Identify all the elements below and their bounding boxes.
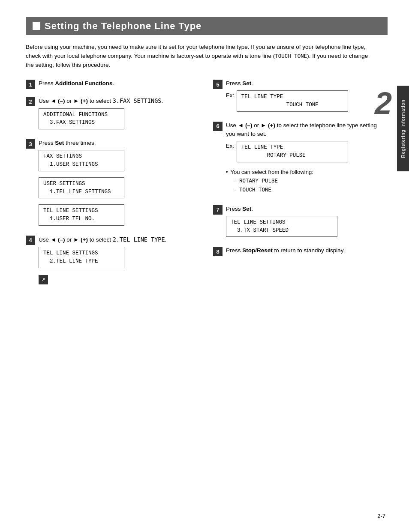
left-column: 1 Press Additional Functions. 2 Use ◄ (–… [26,79,200,284]
step-1: 1 Press Additional Functions. [26,79,200,90]
step-7-lcd: TEL LINE SETTINGS 3.TX START SPEED [226,216,337,237]
step-5-number: 5 [213,80,223,89]
step-7-content: Press Set. TEL LINE SETTINGS 3.TX START … [226,205,388,241]
step-5-text: Press Set. [226,79,388,88]
page-container: Setting the Telephone Line Type Before u… [0,0,409,532]
step-2-content: Use ◄ (–) or ► (+) to select 3.FAX SETTI… [39,96,200,133]
bullet-item-2: - TOUCH TONE [226,186,388,195]
intro-paragraph: Before using your machine, you need to m… [26,43,377,70]
title-icon [33,22,40,30]
step-4-number: 4 [26,236,35,245]
right-column: 5 Press Set. Ex: TEL LINE TYPE TOUCH TON… [213,79,388,284]
step-3-number: 3 [26,139,35,149]
step-3-lcd-1: FAX SETTINGS 1.USER SETTINGS [39,150,124,171]
step-2-text: Use ◄ (–) or ► (+) to select 3.FAX SETTI… [39,96,200,105]
step-2: 2 Use ◄ (–) or ► (+) to select 3.FAX SET… [26,96,200,133]
step-4-lcd: TEL LINE SETTINGS 2.TEL LINE TYPE [39,247,124,268]
step-1-bold: Additional Functions [55,80,112,87]
step-7-number: 7 [213,205,223,215]
step-5-ex-label: Ex: [226,90,234,99]
chapter-number: 2 [375,86,392,121]
bullet-item-1: - ROTARY PULSE [226,177,388,186]
page-title: Setting the Telephone Line Type [45,21,201,32]
step-5-lcd: TEL LINE TYPE TOUCH TONE [237,90,348,112]
step-3: 3 Press Set three times. FAX SETTINGS 1.… [26,139,200,229]
step-8: 8 Press Stop/Reset to return to standby … [213,246,388,257]
sidebar-label: Registering Information [400,99,406,158]
step-7-text: Press Set. [226,205,388,213]
step-3-content: Press Set three times. FAX SETTINGS 1.US… [39,139,200,229]
bullet-main: •You can select from the following: [226,167,388,177]
sidebar-tab: Registering Information [397,86,409,171]
title-bar: Setting the Telephone Line Type [26,17,388,35]
step-3-lcd-3: TEL LINE SETTINGS 1.USER TEL NO. [39,204,124,226]
step-6-lcd: TEL LINE TYPE ROTARY PULSE [237,141,348,162]
step-8-number: 8 [213,247,223,256]
step-6-text: Use ◄ (–) or ► (+) to select the telepho… [226,121,388,139]
step-1-number: 1 [26,80,35,89]
step-6-number: 6 [213,122,223,131]
step-3-lcd-2: USER SETTINGS 1.TEL LINE SETTINGS [39,177,124,199]
arrow-icon: ↗ [39,275,48,284]
step-6: 6 Use ◄ (–) or ► (+) to select the telep… [213,121,388,199]
step-3-text: Press Set three times. [39,139,200,147]
step-8-content: Press Stop/Reset to return to standby di… [226,246,388,257]
intro-code: TOUCH TONE [275,54,307,60]
step-4: 4 Use ◄ (–) or ► (+) to select 2.TEL LIN… [26,235,200,272]
step-6-ex-label: Ex: [226,141,234,149]
step-4-text: Use ◄ (–) or ► (+) to select 2.TEL LINE … [39,235,200,244]
step-5: 5 Press Set. Ex: TEL LINE TYPE TOUCH TON… [213,79,388,115]
step-6-content: Use ◄ (–) or ► (+) to select the telepho… [226,121,388,199]
steps-columns: 1 Press Additional Functions. 2 Use ◄ (–… [26,79,388,284]
step-2-number: 2 [26,97,35,106]
page-number: 2-7 [377,513,385,519]
step-5-content: Press Set. Ex: TEL LINE TYPE TOUCH TONE [226,79,388,115]
step-1-text: Press Additional Functions. [39,79,200,88]
step-7: 7 Press Set. TEL LINE SETTINGS 3.TX STAR… [213,205,388,241]
step-6-bullets: •You can select from the following: - RO… [226,167,388,195]
step-2-lcd: ADDITIONAL FUNCTIONS 3.FAX SETTINGS [39,108,124,130]
step-1-content: Press Additional Functions. [39,79,200,90]
step-4-content: Use ◄ (–) or ► (+) to select 2.TEL LINE … [39,235,200,272]
step-8-text: Press Stop/Reset to return to standby di… [226,246,388,255]
